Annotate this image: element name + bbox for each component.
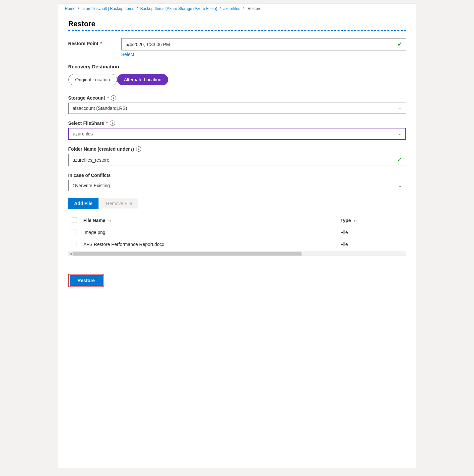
recovery-destination-title: Recovery Destination [68,64,406,69]
folder-name-label: Folder Name (created under /) i [68,146,406,152]
conflicts-chevron-icon: ⌄ [398,183,402,188]
breadcrumb-sep-1: / [78,6,79,11]
breadcrumb-home[interactable]: Home [65,6,76,11]
restore-point-value: 5/4/2020, 1:33:06 PM [126,42,170,47]
fileshare-dropdown[interactable]: azurefiles ⌄ [68,128,406,140]
folder-name-section: Folder Name (created under /) i azurefil… [68,146,406,166]
breadcrumb-sep-4: / [243,6,244,11]
storage-account-chevron-icon: ⌄ [398,106,402,111]
storage-account-section: Storage Account * i afsaccount (Standard… [68,95,406,114]
restore-button[interactable]: Restore [70,275,103,286]
row-checkbox[interactable] [72,229,77,234]
breadcrumb-vault[interactable]: azurefilesvault | Backup Items [82,6,134,11]
row-checkbox-cell[interactable] [68,238,80,250]
alternate-location-btn[interactable]: Alternate Location [117,74,169,85]
conflicts-dropdown[interactable]: Overwrite Existing ⌄ [68,180,406,191]
row-type: File [337,238,406,250]
remove-file-button: Remove File [100,198,139,209]
fileshare-info-icon[interactable]: i [110,120,115,126]
table-row: AFS Restore Performance Report.docx File [68,238,406,250]
content-area: Restore Restore Point * 5/4/2020, 1:33:0… [58,13,416,266]
file-type-sort-icon[interactable]: ↑↓ [354,219,357,223]
row-type: File [337,226,406,238]
restore-point-row: Restore Point * 5/4/2020, 1:33:06 PM ✓ S… [68,38,406,57]
row-filename: Image.png [80,226,337,238]
folder-name-input[interactable]: azurefiles_restore ✓ [68,154,406,166]
fileshare-chevron-icon: ⌄ [398,131,401,136]
folder-name-info-icon[interactable]: i [136,146,141,152]
restore-point-check-icon: ✓ [397,41,402,47]
storage-account-label: Storage Account * i [68,95,406,101]
location-toggle: Original Location Alternate Location [68,74,406,85]
row-filename: AFS Restore Performance Report.docx [80,238,337,250]
add-file-button[interactable]: Add File [68,198,99,209]
table-row: Image.png File [68,226,406,238]
breadcrumb-azurefiles[interactable]: azurefiles [223,6,240,11]
conflicts-value: Overwrite Existing [73,183,110,188]
file-table: File Name ↑↓ Type ↑↓ Image.png File [68,214,406,250]
breadcrumb-backup-items[interactable]: Backup Items (Azure Storage (Azure Files… [140,6,217,11]
original-location-btn[interactable]: Original Location [68,74,117,85]
file-name-sort-icon[interactable]: ↑↓ [108,219,112,223]
folder-name-value: azurefiles_restore [73,157,109,163]
page-container: Home / azurefilesvault | Backup Items / … [58,3,416,468]
file-table-body: Image.png File AFS Restore Performance R… [68,226,406,250]
file-type-header[interactable]: Type ↑↓ [337,214,406,226]
fileshare-section: Select FileShare * i azurefiles ⌄ [68,120,406,140]
fileshare-value: azurefiles [73,131,93,136]
breadcrumb-sep-3: / [220,6,221,11]
file-name-header[interactable]: File Name ↑↓ [80,214,337,226]
restore-button-wrapper: Restore [68,274,104,287]
breadcrumb: Home / azurefilesvault | Backup Items / … [58,4,416,13]
select-all-checkbox[interactable] [72,217,77,222]
horizontal-scrollbar[interactable]: ◁ [68,251,406,256]
select-link[interactable]: Select [121,52,134,57]
scroll-left-icon[interactable]: ◁ [69,251,73,256]
restore-point-label: Restore Point * [68,38,121,46]
breadcrumb-sep-2: / [137,6,138,11]
row-checkbox[interactable] [72,241,77,246]
conflicts-label: In case of Conflicts [68,173,406,178]
select-all-checkbox-cell[interactable] [68,214,80,226]
storage-account-dropdown[interactable]: afsaccount (StandardLRS) ⌄ [68,103,406,114]
file-action-buttons: Add File Remove File [68,198,406,209]
conflicts-section: In case of Conflicts Overwrite Existing … [68,173,406,191]
title-divider [68,30,406,31]
restore-point-input: 5/4/2020, 1:33:06 PM ✓ [121,38,406,50]
restore-point-wrapper: 5/4/2020, 1:33:06 PM ✓ Select [121,38,406,57]
storage-account-value: afsaccount (StandardLRS) [73,106,127,111]
bottom-bar: Restore [58,269,416,292]
table-header-row: File Name ↑↓ Type ↑↓ [68,214,406,226]
page-title: Restore [68,20,406,28]
breadcrumb-restore: Restore [247,6,261,11]
scrollbar-thumb[interactable] [73,252,302,256]
row-checkbox-cell[interactable] [68,226,80,238]
folder-name-check-icon: ✓ [397,157,402,163]
fileshare-label: Select FileShare * i [68,120,406,126]
storage-account-info-icon[interactable]: i [111,95,116,101]
